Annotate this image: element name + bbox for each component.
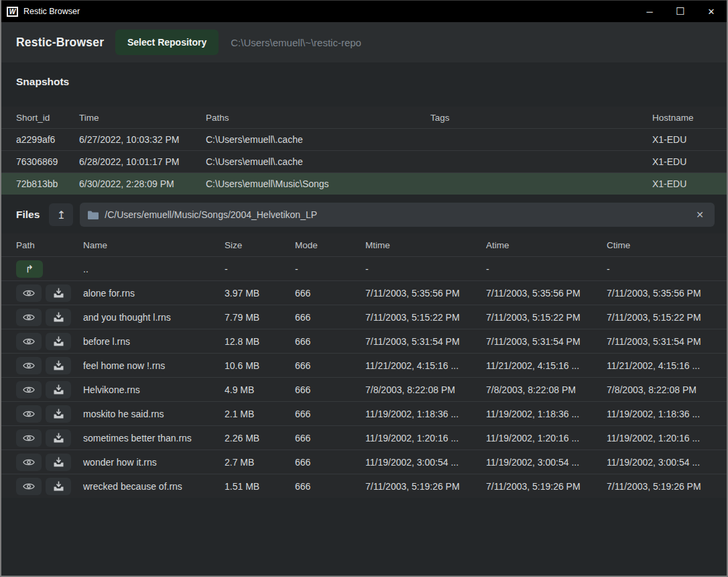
preview-file-button[interactable] <box>16 381 42 399</box>
file-mode: 666 <box>295 409 365 419</box>
column-header-size: Size <box>225 240 295 250</box>
download-file-button[interactable] <box>46 405 71 423</box>
file-row[interactable]: wrecked because of.rns 1.51 MB 666 7/11/… <box>1 474 727 498</box>
file-mode: 666 <box>295 384 365 395</box>
file-size: 7.79 MB <box>225 312 295 323</box>
column-header-atime: Atime <box>486 240 607 250</box>
download-file-button[interactable] <box>46 357 71 374</box>
download-file-button[interactable] <box>46 478 71 495</box>
column-header-path: Path <box>16 240 83 250</box>
file-atime: 11/19/2002, 1:20:16 ... <box>486 433 607 443</box>
file-ctime: 7/11/2003, 5:35:56 PM <box>607 288 712 299</box>
preview-file-button[interactable] <box>16 454 42 471</box>
file-mode: - <box>295 264 365 274</box>
file-mtime: 11/19/2002, 1:20:16 ... <box>365 433 486 443</box>
preview-file-button[interactable] <box>16 357 42 374</box>
snapshot-time: 6/28/2022, 10:01:17 PM <box>79 156 206 167</box>
file-atime: 7/11/2003, 5:15:22 PM <box>486 312 607 323</box>
file-ctime: - <box>607 264 712 274</box>
file-row[interactable]: feel home now !.rns 10.6 MB 666 11/21/20… <box>1 353 727 377</box>
file-ctime: 7/8/2003, 8:22:08 PM <box>607 384 712 395</box>
snapshot-row[interactable]: a2299af6 6/27/2022, 10:03:32 PM C:\Users… <box>1 128 727 150</box>
column-header-mode: Mode <box>295 240 365 250</box>
column-header-short-id: Short_id <box>16 113 79 123</box>
file-name: Helvikone.rns <box>83 384 225 395</box>
snapshots-section-title: Snapshots <box>1 62 727 100</box>
titlebar[interactable]: W Restic Browser ─ ☐ ✕ <box>1 0 727 22</box>
file-atime: 11/21/2002, 4:15:16 ... <box>486 360 607 371</box>
file-ctime: 11/21/2002, 4:15:16 ... <box>607 360 712 371</box>
file-ctime: 7/11/2003, 5:15:22 PM <box>607 312 712 323</box>
files-toolbar: Files ↥ /C/Users/emuell/Music/Songs/2004… <box>1 195 727 233</box>
folder-icon <box>88 211 99 219</box>
download-icon <box>54 409 64 419</box>
eye-icon <box>23 361 35 370</box>
snapshot-row[interactable]: 76306869 6/28/2022, 10:01:17 PM C:\Users… <box>1 150 727 172</box>
file-size: - <box>225 264 295 274</box>
download-icon <box>54 336 64 346</box>
up-level-button[interactable]: ↥ <box>49 203 73 226</box>
eye-icon <box>23 433 35 443</box>
file-mtime: 11/21/2002, 4:15:16 ... <box>365 360 486 371</box>
go-parent-button[interactable]: ↱ <box>16 260 43 278</box>
snapshot-short-id: a2299af6 <box>16 134 79 145</box>
file-ctime: 11/19/2002, 3:00:54 ... <box>607 457 712 468</box>
file-ctime: 7/11/2003, 5:31:54 PM <box>607 336 712 347</box>
file-size: 12.8 MB <box>225 336 295 347</box>
current-path-value: /C/Users/emuell/Music/Songs/2004_Helveti… <box>105 209 687 220</box>
file-ctime: 7/11/2003, 5:19:26 PM <box>607 481 712 492</box>
preview-file-button[interactable] <box>16 284 42 302</box>
snapshot-row-selected[interactable]: 72b813bb 6/30/2022, 2:28:09 PM C:\Users\… <box>1 172 727 195</box>
file-row[interactable]: before l.rns 12.8 MB 666 7/11/2003, 5:31… <box>1 329 727 353</box>
file-name: alone for.rns <box>83 288 225 299</box>
preview-file-button[interactable] <box>16 309 42 326</box>
file-name: wonder how it.rns <box>83 457 225 468</box>
download-file-button[interactable] <box>46 429 71 447</box>
file-mode: 666 <box>295 288 365 299</box>
file-mtime: - <box>365 264 486 274</box>
maximize-button[interactable]: ☐ <box>665 1 696 22</box>
file-atime: - <box>486 264 607 274</box>
file-mtime: 11/19/2002, 1:18:36 ... <box>365 409 486 419</box>
file-name: before l.rns <box>83 336 225 347</box>
current-path-input[interactable]: /C/Users/emuell/Music/Songs/2004_Helveti… <box>80 203 715 227</box>
minimize-button[interactable]: ─ <box>634 1 665 22</box>
file-row[interactable]: alone for.rns 3.97 MB 666 7/11/2003, 5:3… <box>1 280 727 305</box>
download-file-button[interactable] <box>46 309 71 326</box>
eye-icon <box>23 337 35 346</box>
snapshot-time: 6/27/2022, 10:03:32 PM <box>79 134 206 145</box>
file-size: 1.51 MB <box>225 481 295 492</box>
column-header-hostname: Hostname <box>652 113 712 123</box>
column-header-name: Name <box>83 240 225 250</box>
preview-file-button[interactable] <box>16 478 42 495</box>
preview-file-button[interactable] <box>16 429 42 447</box>
file-row[interactable]: Helvikone.rns 4.9 MB 666 7/8/2003, 8:22:… <box>1 377 727 401</box>
clear-path-icon[interactable]: ✕ <box>693 208 707 221</box>
download-file-button[interactable] <box>46 284 71 302</box>
parent-directory-row[interactable]: ↱ .. - - - - - <box>1 256 727 280</box>
file-size: 2.1 MB <box>225 409 295 419</box>
app-header: Restic-Browser Select Repository C:\User… <box>1 22 727 62</box>
file-row[interactable]: sometimes better than.rns 2.26 MB 666 11… <box>1 425 727 450</box>
select-repository-button[interactable]: Select Repository <box>115 30 219 55</box>
download-file-button[interactable] <box>46 381 71 399</box>
preview-file-button[interactable] <box>16 405 42 423</box>
file-name: feel home now !.rns <box>83 360 225 371</box>
download-icon <box>54 288 64 298</box>
file-name: sometimes better than.rns <box>83 433 225 443</box>
download-file-button[interactable] <box>46 333 71 350</box>
download-file-button[interactable] <box>46 454 71 471</box>
file-row[interactable]: and you thought l.rns 7.79 MB 666 7/11/2… <box>1 305 727 329</box>
file-mode: 666 <box>295 312 365 323</box>
file-row[interactable]: moskito he said.rns 2.1 MB 666 11/19/200… <box>1 401 727 425</box>
preview-file-button[interactable] <box>16 333 42 350</box>
file-mtime: 7/11/2003, 5:19:26 PM <box>365 481 486 492</box>
close-button[interactable]: ✕ <box>696 1 727 22</box>
file-mtime: 7/8/2003, 8:22:08 PM <box>365 384 486 395</box>
download-icon <box>54 433 64 443</box>
window-title: Restic Browser <box>23 7 80 16</box>
snapshot-paths: C:\Users\emuell\.cache <box>206 156 430 167</box>
file-mtime: 11/19/2002, 3:00:54 ... <box>365 457 486 468</box>
file-row[interactable]: wonder how it.rns 2.7 MB 666 11/19/2002,… <box>1 450 727 474</box>
files-section-title: Files <box>16 209 40 221</box>
